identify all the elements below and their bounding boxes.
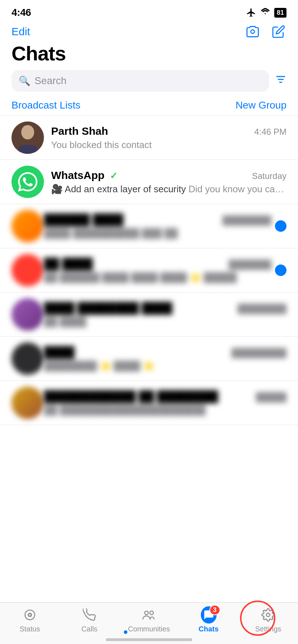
chat-time-blurred-1: ████████	[222, 215, 271, 225]
unread-badge-1	[275, 220, 286, 232]
settings-tab-label: Settings	[255, 625, 281, 633]
chat-item-blurred-5[interactable]: ████████████ ██ ████████ █████ ██ ██████…	[0, 381, 298, 425]
chat-top-parth-shah: Parth Shah 4:46 PM	[51, 125, 286, 137]
new-group-button[interactable]: New Group	[235, 100, 286, 111]
page-title-section: Chats	[0, 40, 298, 70]
chat-preview-blurred-3: ██ ████	[44, 316, 286, 327]
communities-tab-icon	[141, 607, 157, 623]
chat-item-blurred-1[interactable]: ██████ ████ ████████ ████ ██████████ ███…	[0, 204, 298, 248]
chat-time-blurred-5: █████	[256, 392, 286, 402]
svg-point-9	[145, 611, 148, 615]
avatar-blurred-2	[12, 254, 44, 286]
chat-top-blurred-3: ████ ████████ ████ ████████	[44, 302, 286, 314]
battery-indicator: 81	[274, 8, 286, 18]
search-bar[interactable]: 🔍 Search	[12, 70, 269, 92]
chats-tab-icon: 3	[201, 607, 217, 623]
chat-preview-blurred-1: ████ ██████████ ███ ██	[44, 228, 271, 239]
chat-item-whatsapp[interactable]: WhatsApp ✓ Saturday 🎥 Add an extra layer…	[0, 160, 298, 204]
avatar-whatsapp	[12, 166, 44, 198]
chat-content-whatsapp: WhatsApp ✓ Saturday 🎥 Add an extra layer…	[51, 169, 286, 195]
filter-icon[interactable]	[275, 74, 286, 88]
action-row: Broadcast Lists New Group	[0, 95, 298, 116]
chats-notification-badge: 3	[209, 605, 220, 615]
chat-top-blurred-2: ██ ████ ███████	[44, 258, 271, 270]
chat-name-blurred-3: ████ ████████ ████	[44, 302, 172, 314]
page-title: Chats	[12, 42, 66, 65]
chat-preview-blurred-2: ██ ██████ ████ ████ ████ 🌟 █████	[44, 272, 271, 283]
search-icon: 🔍	[19, 75, 30, 87]
tab-item-status[interactable]: Status	[8, 607, 51, 633]
avatar-blurred-3	[12, 298, 44, 331]
chat-preview-bold-whatsapp: 🎥 Add an extra layer of security	[51, 184, 186, 194]
chat-top-blurred-1: ██████ ████ ████████	[44, 213, 271, 226]
compose-button[interactable]	[271, 24, 286, 40]
svg-point-10	[150, 611, 153, 615]
chat-time-blurred-2: ███████	[229, 259, 271, 270]
avatar-blurred-4	[12, 342, 44, 375]
chat-item-blurred-2[interactable]: ██ ████ ███████ ██ ██████ ████ ████ ████…	[0, 248, 298, 293]
svg-point-11	[266, 613, 270, 617]
wifi-icon	[260, 8, 271, 18]
chat-name-blurred-5: ████████████ ██ ████████	[44, 390, 218, 402]
tab-bar: Status Calls Communities	[0, 602, 298, 644]
chat-top-blurred-5: ████████████ ██ ████████ █████	[44, 390, 286, 402]
camera-icon	[246, 25, 259, 38]
chat-item-blurred-3[interactable]: ████ ████████ ████ ████████ ██ ████	[0, 293, 298, 337]
header-row: Edit	[0, 20, 298, 40]
chat-content-blurred-1: ██████ ████ ████████ ████ ██████████ ███…	[44, 213, 271, 239]
chat-top-whatsapp: WhatsApp ✓ Saturday	[51, 169, 286, 181]
status-tab-icon	[22, 607, 38, 623]
person-silhouette	[15, 121, 40, 154]
chat-time-blurred-3: ████████	[238, 304, 286, 314]
chat-content-blurred-3: ████ ████████ ████ ████████ ██ ████	[44, 302, 286, 327]
chat-item-parth-shah[interactable]: Parth Shah 4:46 PM You blocked this cont…	[0, 116, 298, 160]
chat-name-parth-shah: Parth Shah	[51, 125, 108, 137]
chat-name-blurred-1: ██████ ████	[44, 213, 123, 226]
status-icons: 81	[246, 8, 286, 18]
chat-preview-blurred-4: ████████ 🌟 ████ 🌟	[44, 360, 286, 372]
chat-name-blurred-4: ████	[44, 346, 74, 358]
chat-content-blurred-4: ████ █████████ ████████ 🌟 ████ 🌟	[44, 346, 286, 372]
chat-item-blurred-4[interactable]: ████ █████████ ████████ 🌟 ████ 🌟	[0, 337, 298, 381]
phone-icon	[83, 608, 96, 621]
tab-item-communities[interactable]: Communities	[127, 607, 171, 633]
chat-content-blurred-5: ████████████ ██ ████████ █████ ██ ██████…	[44, 390, 286, 416]
communities-icon	[142, 608, 156, 621]
chat-preview-parth-shah: You blocked this contact	[51, 139, 286, 151]
search-bar-row: 🔍 Search	[0, 70, 298, 92]
chat-list: Parth Shah 4:46 PM You blocked this cont…	[0, 116, 298, 425]
chat-preview-blurred-5: ██ ██████████████████████	[44, 405, 286, 416]
search-placeholder: Search	[35, 75, 67, 87]
tab-item-settings[interactable]: Settings	[247, 607, 290, 633]
header-action-icons	[245, 24, 286, 40]
chat-name-whatsapp: WhatsApp ✓	[51, 169, 118, 181]
avatar-blurred-1	[12, 210, 44, 242]
status-time: 4:46	[12, 7, 31, 18]
verified-badge: ✓	[110, 170, 118, 181]
avatar-blurred-5	[12, 387, 44, 419]
tab-item-calls[interactable]: Calls	[68, 607, 111, 633]
airplane-icon	[246, 8, 256, 18]
gear-icon	[261, 608, 275, 622]
camera-button[interactable]	[245, 24, 261, 40]
broadcast-lists-button[interactable]: Broadcast Lists	[12, 100, 80, 111]
calls-tab-label: Calls	[81, 625, 97, 633]
chat-time-blurred-4: █████████	[231, 348, 286, 358]
chats-tab-label: Chats	[199, 625, 219, 633]
whatsapp-logo-icon	[18, 172, 37, 192]
status-bar: 4:46 81	[0, 0, 298, 20]
chat-time-whatsapp: Saturday	[252, 171, 286, 181]
compose-icon	[272, 25, 285, 38]
settings-tab-icon	[260, 607, 276, 623]
chat-name-blurred-2: ██ ████	[44, 258, 93, 270]
home-indicator	[106, 638, 192, 641]
tab-item-chats[interactable]: 3 Chats	[187, 607, 230, 633]
avatar-parth-shah	[12, 121, 44, 154]
chat-preview-whatsapp: 🎥 Add an extra layer of security Did you…	[51, 184, 286, 195]
chat-content-blurred-2: ██ ████ ███████ ██ ██████ ████ ████ ████…	[44, 258, 271, 283]
edit-button[interactable]: Edit	[12, 26, 30, 38]
filter-lines-icon	[275, 74, 286, 85]
unread-badge-2	[275, 264, 286, 276]
calls-tab-icon	[81, 607, 97, 623]
svg-point-3	[21, 125, 34, 139]
